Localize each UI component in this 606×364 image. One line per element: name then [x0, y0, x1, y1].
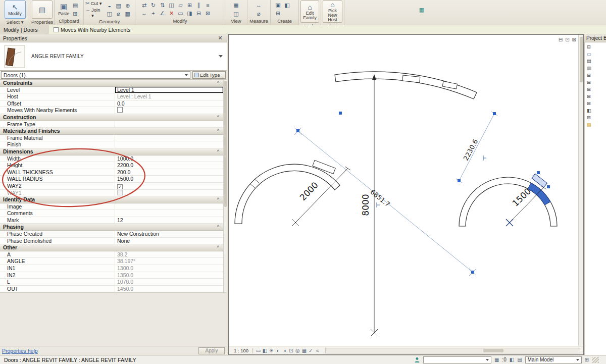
modify-tool-icon[interactable]: ↻ — [149, 1, 158, 9]
view-control-icon[interactable]: ☀ — [268, 348, 275, 353]
view-control-icon[interactable]: ◑ — [281, 348, 288, 353]
modify-tool-icon[interactable]: ∥ — [194, 1, 204, 9]
property-value[interactable]: None — [115, 238, 223, 244]
property-value[interactable] — [115, 121, 223, 128]
resize-grip[interactable] — [592, 357, 599, 363]
clipboard-tool-icon[interactable]: ▤ — [71, 1, 80, 9]
property-row[interactable]: L 1070.0 — [0, 279, 223, 286]
property-row[interactable]: ANGLE 38.197° — [0, 258, 223, 265]
property-row[interactable]: Mark 12 — [0, 217, 223, 224]
panel-label-clipboard[interactable]: Clipboard — [55, 18, 83, 25]
property-value[interactable] — [115, 135, 223, 141]
paste-button[interactable]: ▣ Paste — [58, 2, 69, 16]
property-row[interactable]: IN2 1350.0 — [0, 272, 223, 279]
tree-node[interactable]: ⊞ — [587, 72, 606, 79]
worksharing-icon[interactable] — [414, 357, 420, 363]
project-browser-title[interactable]: Project B — [584, 34, 606, 42]
scrollbar-thumb[interactable] — [483, 349, 503, 352]
cut-geometry-button[interactable]: ✂ Cut ▾ — [85, 1, 104, 6]
tree-node[interactable]: ⊞ — [587, 79, 606, 86]
status-icon[interactable]: ⊞ — [585, 357, 589, 362]
view-tool-icon[interactable]: ◫ — [232, 10, 241, 18]
dimension-6851[interactable]: 6851.7 — [294, 112, 476, 276]
property-row[interactable]: Width 1000.0 — [0, 155, 223, 163]
property-row[interactable]: A 38.2 — [0, 251, 223, 258]
modify-tool-icon[interactable]: + — [149, 9, 158, 17]
property-value[interactable]: New Construction — [115, 231, 223, 237]
property-value[interactable]: 1300.0 — [115, 265, 223, 272]
property-value[interactable]: 1450.0 — [115, 286, 223, 292]
tree-node[interactable]: ⊞ — [587, 115, 606, 122]
property-row[interactable]: WALL THICKNESS 200.0 — [0, 169, 223, 176]
property-row[interactable]: OUT 1450.0 — [0, 286, 223, 293]
property-row[interactable]: Comments — [0, 210, 223, 217]
property-value[interactable] — [115, 107, 223, 114]
properties-palette-button[interactable]: ▤ — [32, 1, 53, 19]
property-value[interactable] — [115, 210, 223, 217]
property-row[interactable]: Dimensions — [0, 148, 223, 155]
tree-node[interactable]: ⊞ — [587, 93, 606, 100]
modify-tool-icon[interactable]: ◨ — [185, 9, 194, 17]
property-value[interactable] — [115, 203, 223, 210]
drawing-canvas[interactable]: ⊟ ⊡ ⊠ 8000 — [228, 34, 584, 355]
modify-tool-icon[interactable]: ⇅ — [158, 1, 167, 9]
property-row[interactable]: Moves With Nearby Elements — [0, 107, 223, 114]
property-row[interactable]: WAY1 — [0, 190, 223, 197]
geometry-tool-icon[interactable]: ◒ — [105, 2, 114, 10]
property-value[interactable]: 2200.0 — [115, 162, 223, 169]
property-value[interactable]: 38.2 — [115, 251, 223, 258]
geometry-tool-icon[interactable]: ⊕ — [123, 2, 132, 10]
property-row[interactable]: WALL RADIUS 1500.0 — [0, 176, 223, 183]
scrollbar-thumb[interactable] — [224, 81, 227, 207]
geometry-tool-icon[interactable]: ▤ — [114, 2, 123, 10]
property-row[interactable]: Offset 0.0 — [0, 100, 223, 108]
view-control-icon[interactable]: ✓ — [308, 348, 314, 353]
property-row[interactable]: Level Level 1 — [0, 87, 223, 94]
property-row[interactable]: Materials and Finishes — [0, 128, 223, 135]
drawing-vertical-scrollbar[interactable] — [578, 35, 583, 346]
minimize-icon[interactable]: ⊟ — [559, 37, 563, 42]
modify-tool-icon[interactable]: ✕ — [167, 9, 176, 17]
property-value[interactable]: 38.197° — [115, 258, 223, 265]
panel-label-create[interactable]: Create — [271, 18, 298, 25]
view-control-icon[interactable]: ⊡ — [288, 348, 294, 353]
property-row[interactable]: Construction — [0, 114, 223, 121]
panel-label-properties[interactable]: Properties — [30, 19, 54, 25]
properties-help-link[interactable]: Properties help — [2, 348, 38, 354]
type-selector-dropdown[interactable]: Doors (1) — [1, 71, 190, 79]
property-value[interactable]: Level : Level 1 — [115, 93, 223, 100]
tree-node[interactable]: ⊞ — [587, 86, 606, 93]
view-scale-button[interactable]: 1 : 100 — [232, 348, 250, 353]
property-value[interactable]: 1000.0 — [115, 155, 223, 162]
property-row[interactable]: Constraints — [0, 80, 223, 87]
property-value[interactable]: 1350.0 — [115, 272, 223, 279]
create-tool-icon[interactable]: ▣ — [274, 1, 283, 9]
curved-wall-left[interactable] — [235, 160, 340, 224]
panel-label-modify[interactable]: Modify — [135, 18, 225, 25]
property-value[interactable]: 200.0 — [115, 169, 223, 176]
modify-tool-icon[interactable]: ⇄ — [140, 1, 149, 9]
view-control-icon[interactable]: ▭ — [255, 348, 262, 353]
modify-tool-icon[interactable]: ↔ — [140, 9, 149, 17]
modify-tool-icon[interactable]: ≡ — [204, 1, 213, 9]
property-value[interactable] — [115, 183, 223, 189]
moves-with-nearby-checkbox[interactable]: Moves With Nearby Elements — [54, 27, 130, 33]
property-row[interactable]: Frame Type — [0, 121, 223, 128]
workset-dropdown[interactable] — [423, 356, 491, 363]
property-row[interactable]: Finish — [0, 141, 223, 148]
edit-family-button[interactable]: ⌂ Edit Family — [300, 1, 319, 23]
geometry-tool-icon[interactable]: ▦ — [123, 10, 132, 18]
drawing-horizontal-scrollbar[interactable] — [325, 348, 580, 353]
close-view-icon[interactable]: ⊠ — [572, 37, 576, 42]
geometry-tool-icon[interactable]: ⌀ — [114, 10, 123, 18]
property-value[interactable]: 1070.0 — [115, 279, 223, 285]
modify-tool-icon[interactable]: ⊞ — [185, 1, 194, 9]
modify-tool-button[interactable]: ↖ Modify — [5, 1, 26, 19]
modify-tool-icon[interactable]: ⊟ — [194, 9, 204, 17]
measure-tool-icon[interactable]: ⌀ — [255, 10, 264, 18]
property-row[interactable]: IN1 1300.0 — [0, 265, 223, 272]
measure-tool-icon[interactable]: ↔ — [255, 1, 264, 9]
view-control-icon[interactable]: ▦ — [301, 348, 308, 353]
tree-node[interactable]: ⊞ — [587, 100, 606, 108]
tree-node[interactable]: ◧ — [587, 108, 606, 115]
